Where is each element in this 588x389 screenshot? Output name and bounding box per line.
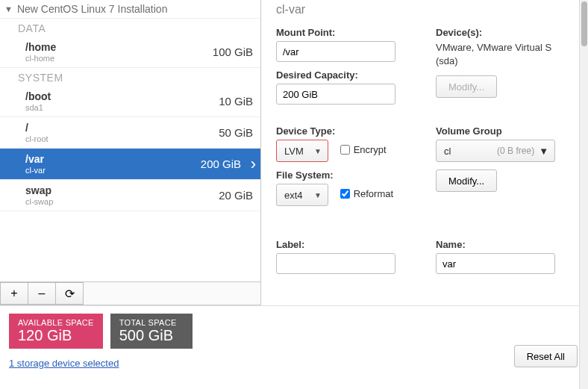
mount-point-input[interactable]: [276, 41, 395, 62]
scrollbar-thumb[interactable]: [581, 1, 587, 46]
chevron-down-icon: ▼: [314, 147, 322, 155]
file-system-field-label: File System:: [276, 169, 413, 181]
mount-size-label: 200 GiB: [201, 158, 241, 170]
details-title: cl-var: [276, 3, 573, 16]
available-space-value: 120 GiB: [18, 327, 94, 344]
reformat-checkbox[interactable]: [340, 189, 350, 199]
details-panel: cl-var Mount Point: Desired Capacity: De…: [261, 0, 588, 305]
chevron-down-icon: ▼: [314, 191, 322, 199]
scrollbar[interactable]: [579, 0, 588, 389]
summary-bar: AVAILABLE SPACE 120 GiB TOTAL SPACE 500 …: [0, 306, 588, 373]
mount-row-var[interactable]: /var cl-var 200 GiB: [0, 149, 260, 180]
mount-point-label: /home: [25, 41, 56, 53]
reload-button[interactable]: ⟳: [55, 282, 84, 305]
encrypt-checkbox[interactable]: [340, 145, 350, 155]
reload-icon: ⟳: [65, 287, 75, 301]
chevron-down-icon: ▼: [4, 4, 13, 13]
mount-size-label: 50 GiB: [219, 126, 253, 139]
mount-device-label: cl-home: [25, 54, 56, 63]
mount-point-label: /var: [25, 153, 46, 165]
mount-size-label: 20 GiB: [219, 189, 253, 202]
minus-icon: –: [39, 287, 46, 300]
mount-device-label: cl-root: [25, 134, 49, 143]
mount-row-root[interactable]: / cl-root 50 GiB: [0, 117, 260, 149]
remove-button[interactable]: –: [28, 282, 56, 305]
volume-group-free: (0 B free): [497, 146, 534, 156]
tree-root-label: New CentOS Linux 7 Installation: [17, 3, 168, 15]
partition-tree-panel: ▼ New CentOS Linux 7 Installation DATA /…: [0, 0, 261, 305]
modify-vg-button[interactable]: Modify...: [436, 169, 497, 192]
mount-device-label: cl-var: [25, 166, 46, 175]
reset-all-button[interactable]: Reset All: [514, 345, 578, 367]
total-space-value: 500 GiB: [119, 327, 184, 344]
desired-capacity-input[interactable]: [276, 84, 395, 105]
mount-row-swap[interactable]: swap cl-swap 20 GiB: [0, 180, 260, 211]
available-space-card: AVAILABLE SPACE 120 GiB: [9, 314, 103, 349]
reformat-label: Reformat: [354, 188, 393, 199]
mount-device-label: sda1: [25, 103, 51, 112]
available-space-label: AVAILABLE SPACE: [18, 318, 94, 327]
device-type-field-label: Device Type:: [276, 125, 413, 137]
section-header-data: DATA: [0, 19, 260, 37]
device-type-select[interactable]: LVM ▼: [276, 140, 328, 162]
label-input[interactable]: [276, 253, 395, 274]
storage-devices-link[interactable]: 1 storage device selected: [9, 358, 119, 369]
section-header-system: SYSTEM: [0, 68, 260, 86]
name-input[interactable]: [436, 253, 555, 274]
chevron-down-icon: ▼: [539, 146, 548, 157]
mount-point-label: /: [25, 122, 49, 134]
volume-group-select[interactable]: cl (0 B free) ▼: [436, 140, 555, 162]
mount-device-label: cl-swap: [25, 197, 53, 206]
volume-group-value: cl: [444, 146, 451, 157]
total-space-card: TOTAL SPACE 500 GiB: [110, 314, 193, 349]
volume-group-field-label: Volume Group: [436, 125, 573, 137]
mount-row-home[interactable]: /home cl-home 100 GiB: [0, 37, 260, 68]
mount-point-label: /boot: [25, 90, 51, 102]
mount-point-field-label: Mount Point:: [276, 27, 413, 38]
devices-value: VMware, VMware Virtual S (sda): [436, 41, 573, 68]
file-system-value: ext4: [284, 190, 303, 201]
total-space-label: TOTAL SPACE: [119, 318, 184, 327]
mount-size-label: 100 GiB: [213, 46, 253, 58]
file-system-select[interactable]: ext4 ▼: [276, 184, 328, 206]
name-field-label: Name:: [436, 239, 573, 250]
encrypt-label: Encrypt: [354, 144, 387, 155]
device-type-value: LVM: [284, 146, 304, 157]
partition-tree[interactable]: ▼ New CentOS Linux 7 Installation DATA /…: [0, 0, 260, 281]
mount-point-label: swap: [25, 184, 53, 196]
mount-size-label: 10 GiB: [219, 95, 253, 108]
devices-field-label: Device(s):: [436, 27, 573, 38]
modify-devices-button[interactable]: Modify...: [436, 75, 497, 98]
mount-row-boot[interactable]: /boot sda1 10 GiB: [0, 86, 260, 117]
tree-root-row[interactable]: ▼ New CentOS Linux 7 Installation: [0, 0, 260, 19]
plus-icon: +: [10, 287, 17, 300]
desired-capacity-field-label: Desired Capacity:: [276, 69, 413, 81]
label-field-label: Label:: [276, 239, 413, 250]
add-button[interactable]: +: [0, 282, 28, 305]
tree-button-bar: + – ⟳: [0, 281, 260, 305]
